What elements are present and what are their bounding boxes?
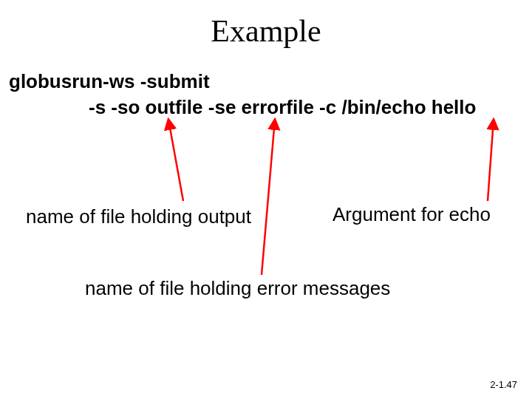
command-line-2: -s -so outfile -se errorfile -c /bin/ech… xyxy=(89,96,476,119)
arrow-argument-icon xyxy=(488,120,494,201)
slide: Example globusrun-ws -submit -s -so outf… xyxy=(0,0,532,399)
annotation-arrows xyxy=(0,0,532,399)
arrow-error-icon xyxy=(262,120,275,275)
slide-number: 2-1.47 xyxy=(490,379,517,390)
label-output: name of file holding output xyxy=(26,205,251,228)
label-error: name of file holding error messages xyxy=(85,277,390,300)
slide-title: Example xyxy=(0,13,532,49)
command-line-1: globusrun-ws -submit xyxy=(9,70,210,93)
label-argument: Argument for echo xyxy=(332,203,491,226)
arrow-output-icon xyxy=(168,120,183,201)
